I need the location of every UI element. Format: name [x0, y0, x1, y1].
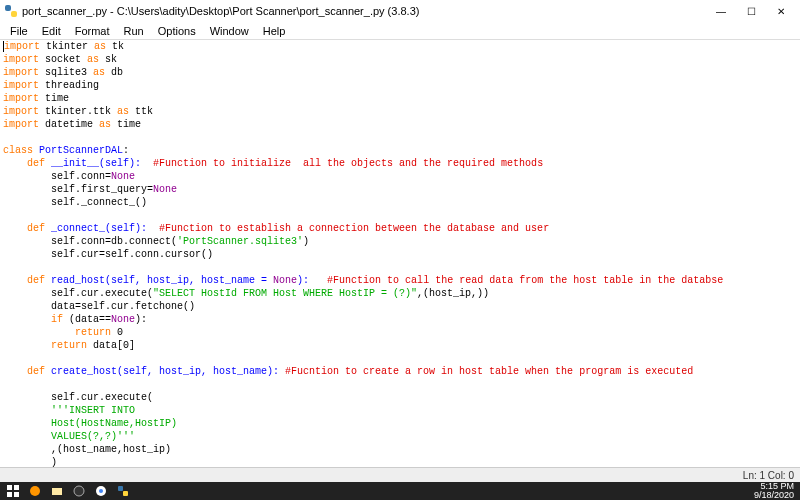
menu-run[interactable]: Run	[118, 24, 150, 38]
svg-rect-12	[123, 491, 128, 496]
chrome-icon[interactable]	[94, 484, 108, 498]
taskbar-left	[0, 484, 130, 498]
system-tray[interactable]: 5:15 PM 9/18/2020	[754, 482, 800, 500]
start-button[interactable]	[6, 484, 20, 498]
firefox-icon[interactable]	[28, 484, 42, 498]
svg-rect-3	[14, 485, 19, 490]
code-editor[interactable]: import tkinter as tk import socket as sk…	[0, 40, 800, 467]
menu-options[interactable]: Options	[152, 24, 202, 38]
svg-rect-1	[11, 11, 17, 17]
tray-date: 9/18/2020	[754, 491, 794, 500]
svg-point-6	[30, 486, 40, 496]
svg-rect-2	[7, 485, 12, 490]
cursor-position: Ln: 1 Col: 0	[743, 470, 794, 481]
minimize-button[interactable]: —	[706, 1, 736, 21]
svg-rect-5	[14, 492, 19, 497]
maximize-button[interactable]: ☐	[736, 1, 766, 21]
obs-icon[interactable]	[72, 484, 86, 498]
svg-rect-11	[118, 486, 123, 491]
menu-file[interactable]: File	[4, 24, 34, 38]
svg-rect-4	[7, 492, 12, 497]
close-button[interactable]: ✕	[766, 1, 796, 21]
svg-rect-7	[52, 488, 62, 495]
svg-point-10	[99, 489, 103, 493]
explorer-icon[interactable]	[50, 484, 64, 498]
svg-rect-0	[5, 5, 11, 11]
menu-format[interactable]: Format	[69, 24, 116, 38]
menu-edit[interactable]: Edit	[36, 24, 67, 38]
menu-help[interactable]: Help	[257, 24, 292, 38]
idle-icon[interactable]	[116, 484, 130, 498]
menu-window[interactable]: Window	[204, 24, 255, 38]
title-bar: port_scanner_.py - C:\Users\adity\Deskto…	[0, 0, 800, 22]
menu-bar: File Edit Format Run Options Window Help	[0, 22, 800, 40]
taskbar: 5:15 PM 9/18/2020	[0, 482, 800, 500]
svg-point-8	[74, 486, 84, 496]
python-icon	[4, 4, 18, 18]
window-title: port_scanner_.py - C:\Users\adity\Deskto…	[22, 5, 706, 17]
status-bar: Ln: 1 Col: 0	[0, 467, 800, 482]
window-controls: — ☐ ✕	[706, 1, 796, 21]
